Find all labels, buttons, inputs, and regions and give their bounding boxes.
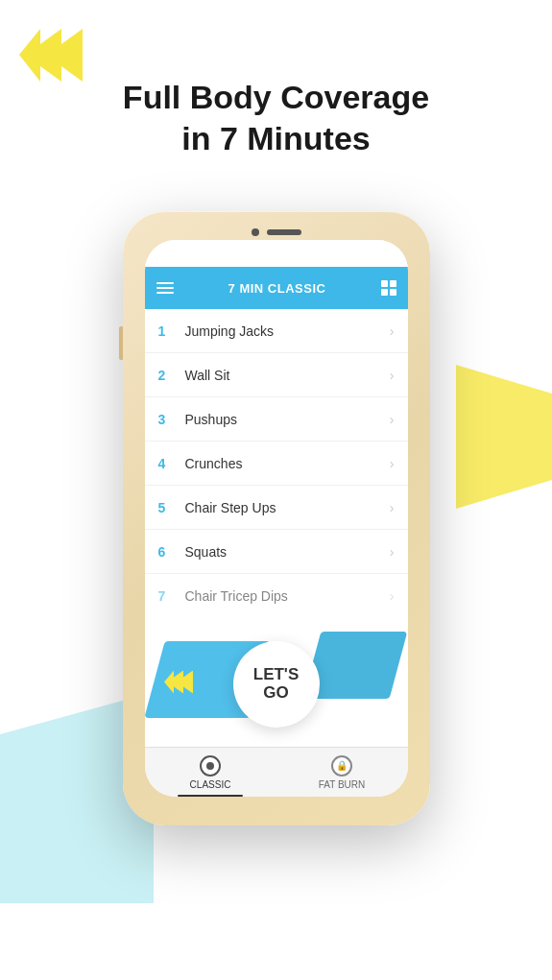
fatburn-tab-icon: 🔒 <box>331 755 352 777</box>
app-bottom-section: LET'SGO CLASSIC 🔒 <box>145 614 408 797</box>
tab-dot <box>206 762 214 770</box>
item-name: Pushups <box>185 412 390 427</box>
phone-notch <box>252 228 301 236</box>
grid-icon[interactable] <box>381 280 396 296</box>
tab-bar: CLASSIC 🔒 FAT BURN <box>145 747 408 797</box>
phone-device: 7 MIN CLASSIC 1 Jumping Jacks › 2 Wall S… <box>123 211 430 825</box>
lock-icon: 🔒 <box>336 760 348 771</box>
item-name: Wall Sit <box>185 368 390 383</box>
item-number: 3 <box>158 412 178 427</box>
workout-list: 1 Jumping Jacks › 2 Wall Sit › 3 Pushups… <box>145 309 408 618</box>
item-number: 7 <box>158 588 178 604</box>
phone-speaker <box>267 229 301 235</box>
bg-yellow-decoration <box>456 365 552 509</box>
chevron-right-icon: › <box>390 544 395 560</box>
classic-tab-icon <box>200 755 221 777</box>
lets-go-button[interactable]: LET'SGO <box>233 641 320 728</box>
list-item[interactable]: 5 Chair Step Ups › <box>145 486 408 530</box>
item-name: Chair Tricep Dips <box>185 588 390 604</box>
chevron-right-icon: › <box>390 500 395 515</box>
tab-fatburn[interactable]: 🔒 FAT BURN <box>276 748 408 797</box>
list-item[interactable]: 4 Crunches › <box>145 442 408 486</box>
item-name: Crunches <box>185 456 390 471</box>
chevron-right-icon: › <box>390 588 395 604</box>
lets-go-label: LET'SGO <box>253 666 300 702</box>
phone-camera <box>252 228 259 236</box>
phone-outer-shell: 7 MIN CLASSIC 1 Jumping Jacks › 2 Wall S… <box>123 211 430 825</box>
phone-screen: 7 MIN CLASSIC 1 Jumping Jacks › 2 Wall S… <box>145 240 408 797</box>
tab-classic-label: CLASSIC <box>190 779 231 790</box>
item-number: 2 <box>158 368 178 383</box>
page-title: Full Body Coveragein 7 Minutes <box>0 77 552 158</box>
app-header: 7 MIN CLASSIC <box>145 267 408 309</box>
chevron-right-icon: › <box>390 412 395 427</box>
lets-go-area: LET'SGO <box>145 622 408 747</box>
list-item[interactable]: 7 Chair Tricep Dips › <box>145 574 408 618</box>
menu-icon[interactable] <box>156 282 174 294</box>
list-item[interactable]: 6 Squats › <box>145 530 408 574</box>
item-name: Jumping Jacks <box>185 323 390 339</box>
tab-fatburn-label: FAT BURN <box>319 779 366 790</box>
yellow-arrows-small <box>164 671 203 699</box>
item-name: Squats <box>185 544 390 560</box>
app-bar-title: 7 MIN CLASSIC <box>228 281 326 296</box>
item-number: 5 <box>158 500 178 515</box>
item-number: 1 <box>158 323 178 339</box>
svg-marker-1 <box>164 671 193 694</box>
status-bar <box>145 240 408 267</box>
item-name: Chair Step Ups <box>185 500 390 515</box>
chevron-right-icon: › <box>390 456 395 471</box>
chevron-right-icon: › <box>390 368 395 383</box>
item-number: 6 <box>158 544 178 560</box>
svg-marker-0 <box>19 29 83 82</box>
list-item[interactable]: 1 Jumping Jacks › <box>145 309 408 353</box>
tab-classic[interactable]: CLASSIC <box>145 748 276 797</box>
list-item[interactable]: 2 Wall Sit › <box>145 353 408 397</box>
chevron-right-icon: › <box>390 323 395 339</box>
list-item[interactable]: 3 Pushups › <box>145 397 408 442</box>
item-number: 4 <box>158 456 178 471</box>
